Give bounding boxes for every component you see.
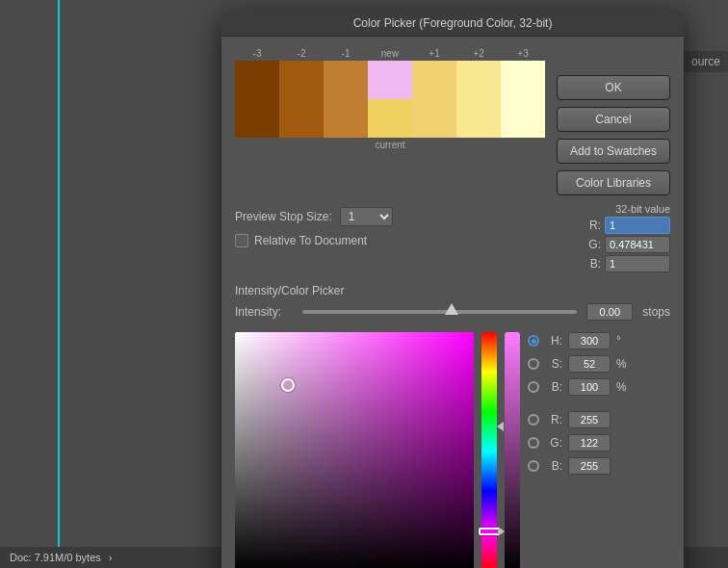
cyan-line (58, 0, 60, 568)
bit-g-input[interactable] (605, 236, 670, 253)
relative-to-doc-checkbox[interactable] (235, 234, 248, 247)
swatch-minus2-new[interactable] (279, 61, 324, 99)
cancel-button[interactable]: Cancel (557, 107, 670, 132)
swatch-number-labels: -3 -2 -1 new +1 +2 +3 (235, 48, 545, 59)
bit-values-section: 32-bit value R: G: B: (587, 203, 670, 272)
add-to-swatches-button[interactable]: Add to Swatches (557, 139, 670, 164)
dialog-title: Color Picker (Foreground Color, 32-bit) (353, 16, 553, 30)
spacer (528, 401, 670, 405)
label-plus1: +1 (412, 48, 456, 59)
radio-g-label: G: (545, 436, 562, 450)
relative-to-doc-label: Relative To Document (254, 234, 367, 247)
radio-r-label: R: (545, 413, 562, 426)
radio-g[interactable] (528, 437, 539, 449)
radio-h-row: H: ° (528, 332, 670, 349)
color-picker-dialog: Color Picker (Foreground Color, 32-bit) … (221, 10, 684, 568)
color-picker-crosshair[interactable] (281, 378, 295, 392)
radio-h-input[interactable] (568, 332, 611, 349)
swatch-minus2-current[interactable] (279, 99, 324, 138)
current-label: current (375, 140, 404, 150)
current-label-row: current (235, 140, 545, 150)
bit-b-row: B: (587, 255, 670, 272)
swatch-minus1-current[interactable] (324, 99, 368, 138)
radio-section: H: ° S: % B: % (528, 332, 670, 568)
label-plus3: +3 (501, 48, 545, 59)
label-minus1: -1 (324, 48, 368, 59)
color-gradient-dark (235, 332, 474, 568)
preview-stop-label: Preview Stop Size: (235, 210, 332, 223)
radio-s-unit: % (616, 357, 627, 371)
swatch-strip-area: -3 -2 -1 new +1 +2 +3 (235, 48, 545, 150)
hue-slider[interactable] (481, 332, 497, 568)
color-libraries-button[interactable]: Color Libraries (557, 170, 670, 195)
swatch-plus2-current[interactable] (456, 99, 501, 138)
radio-h-label: H: (545, 334, 562, 348)
intensity-section: Intensity/Color Picker Intensity: stops (235, 280, 670, 321)
relative-to-doc-row: Relative To Document (235, 234, 576, 247)
swatch-plus1-new[interactable] (412, 61, 456, 99)
radio-b-rgb-input[interactable] (568, 457, 611, 475)
intensity-unit: stops (642, 305, 670, 319)
picker-area: H: ° S: % B: % (235, 332, 670, 568)
radio-r-row: R: (528, 411, 670, 428)
radio-s[interactable] (528, 358, 539, 370)
swatch-new[interactable] (368, 61, 412, 99)
preview-stop-row: Preview Stop Size: 12345 (235, 207, 576, 226)
intensity-slider-track[interactable] (302, 310, 577, 314)
radio-b-hsb-input[interactable] (568, 378, 611, 396)
dialog-content: -3 -2 -1 new +1 +2 +3 (221, 37, 684, 568)
swatch-current[interactable] (368, 99, 412, 138)
intensity-label: Intensity: (235, 305, 293, 319)
swatch-minus3-new[interactable] (235, 61, 279, 99)
radio-r[interactable] (528, 414, 539, 426)
hue-slider-container (481, 332, 497, 568)
radio-s-row: S: % (528, 355, 670, 373)
label-minus3: -3 (235, 48, 279, 59)
swatch-plus3-new[interactable] (501, 61, 545, 99)
swatch-minus3-current[interactable] (235, 99, 279, 138)
buttons-column: OK Cancel Add to Swatches Color Librarie… (557, 48, 670, 195)
swatch-minus1-new[interactable] (324, 61, 368, 99)
preview-stop-select[interactable]: 12345 (340, 207, 393, 226)
radio-b-hsb[interactable] (528, 381, 539, 393)
radio-b-hsb-row: B: % (528, 378, 670, 396)
bit-r-row: R: (587, 217, 670, 234)
label-plus2: +2 (456, 48, 501, 59)
swatch-plus3-current[interactable] (501, 99, 545, 138)
radio-g-input[interactable] (568, 434, 611, 452)
radio-b-hsb-unit: % (616, 380, 627, 394)
intensity-slider-thumb[interactable] (445, 303, 458, 315)
hue-slider-thumb[interactable] (479, 528, 500, 535)
bit-b-input[interactable] (605, 255, 670, 272)
bit-r-input[interactable] (605, 217, 670, 234)
radio-r-input[interactable] (568, 411, 611, 428)
swatch-new-row (235, 61, 545, 99)
radio-s-input[interactable] (568, 355, 611, 373)
spectrum-slider-container (505, 332, 520, 568)
radio-h[interactable] (528, 335, 539, 347)
color-square[interactable] (235, 332, 474, 568)
radio-b-hsb-label: B: (545, 380, 562, 394)
bit-g-label: G: (587, 238, 601, 251)
swatch-plus2-new[interactable] (456, 61, 501, 99)
swatch-plus1-current[interactable] (412, 99, 456, 138)
bit-title: 32-bit value (587, 203, 670, 215)
radio-g-row: G: (528, 434, 670, 452)
bit-b-label: B: (587, 257, 601, 271)
spectrum-slider[interactable] (505, 332, 520, 568)
preview-bit-row: Preview Stop Size: 12345 Relative To Doc… (235, 203, 670, 272)
preview-controls: Preview Stop Size: 12345 Relative To Doc… (235, 203, 576, 247)
label-minus2: -2 (279, 48, 324, 59)
top-section: -3 -2 -1 new +1 +2 +3 (235, 48, 670, 195)
label-new: new (368, 48, 412, 59)
intensity-row: Intensity: stops (235, 303, 670, 321)
radio-b-rgb[interactable] (528, 460, 539, 472)
dialog-titlebar: Color Picker (Foreground Color, 32-bit) (221, 10, 684, 37)
ok-button[interactable]: OK (557, 75, 670, 100)
hue-arrow-right-icon (498, 527, 505, 536)
status-arrow: › (109, 552, 113, 563)
bit-g-row: G: (587, 236, 670, 253)
intensity-value-input[interactable] (586, 303, 633, 321)
radio-b-rgb-row: B: (528, 457, 670, 475)
bit-r-label: R: (587, 219, 601, 232)
